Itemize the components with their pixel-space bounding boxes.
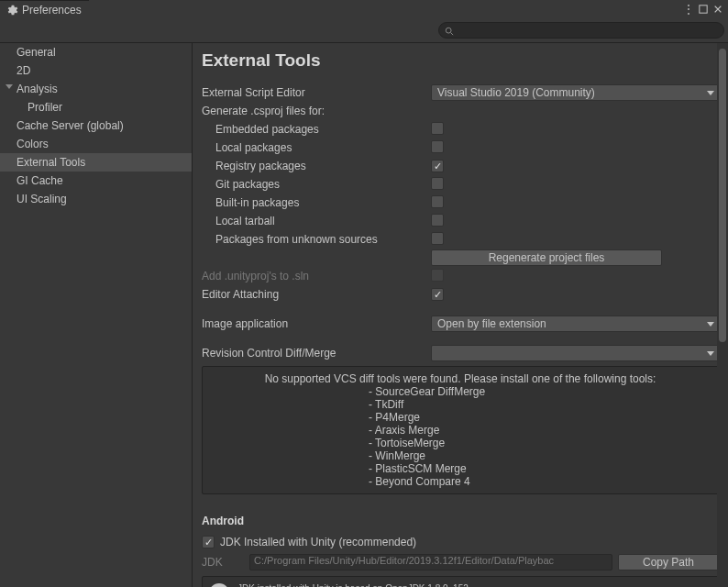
page-title: External Tools: [202, 50, 719, 71]
regenerate-button[interactable]: Regenerate project files: [431, 249, 662, 266]
csproj-tarball-label: Local tarball: [202, 215, 431, 227]
image-app-value: Open by file extension: [437, 317, 546, 330]
sidebar-item-external-tools[interactable]: External Tools: [0, 153, 192, 172]
search-input-wrapper[interactable]: [438, 22, 724, 39]
generate-csproj-label: Generate .csproj files for:: [202, 105, 431, 117]
csproj-embedded-checkbox[interactable]: [431, 122, 444, 135]
svg-point-1: [446, 28, 451, 33]
window-title: Preferences: [22, 4, 82, 17]
copy-path-button[interactable]: Copy Path: [618, 554, 719, 570]
csproj-local-checkbox[interactable]: [431, 140, 444, 153]
titlebar: Preferences ⋮: [0, 0, 728, 18]
content-panel: External Tools External Script Editor Vi…: [193, 43, 728, 587]
android-heading: Android: [202, 515, 719, 527]
csproj-builtin-label: Built-in packages: [202, 196, 431, 209]
vcs-tool: - TortoiseMerge: [369, 437, 552, 449]
csproj-unknown-label: Packages from unknown sources: [202, 233, 431, 246]
revision-control-label: Revision Control Diff/Merge: [202, 347, 431, 360]
jdk-label: JDK: [202, 556, 244, 569]
close-icon[interactable]: [711, 3, 724, 16]
sidebar-item-ui-scaling[interactable]: UI Scaling: [0, 190, 192, 208]
csproj-registry-label: Registry packages: [202, 160, 431, 172]
window-tab[interactable]: Preferences: [0, 0, 89, 18]
vcs-tool: - Beyond Compare 4: [369, 475, 552, 488]
scrollbar-thumb[interactable]: [719, 49, 726, 342]
search-input[interactable]: [458, 25, 718, 36]
menu-icon[interactable]: ⋮: [682, 3, 695, 16]
sidebar-item-profiler[interactable]: Profiler: [0, 98, 192, 116]
vcs-tool: - P4Merge: [369, 411, 552, 424]
jdk-path-input: C:/Program Files/Unity/Hub/Editor/2019.3…: [249, 554, 612, 570]
sidebar: General 2D Analysis Profiler Cache Serve…: [0, 43, 193, 587]
csproj-builtin-checkbox[interactable]: [431, 195, 444, 208]
svg-rect-0: [700, 6, 707, 13]
gear-icon: [7, 5, 18, 16]
svg-line-2: [451, 33, 454, 36]
jdk-info-line1: JDK installed with Unity is based on Ope…: [237, 582, 537, 587]
csproj-registry-checkbox[interactable]: [431, 160, 444, 172]
jdk-info-box: JDK installed with Unity is based on Ope…: [202, 576, 719, 587]
editor-attaching-checkbox[interactable]: [431, 288, 444, 301]
vcs-tool: - SourceGear DiffMerge: [369, 385, 552, 398]
csproj-embedded-label: Embedded packages: [202, 123, 431, 136]
editor-attaching-label: Editor Attaching: [202, 288, 431, 301]
image-app-dropdown[interactable]: Open by file extension: [431, 316, 719, 332]
sidebar-item-2d[interactable]: 2D: [0, 61, 192, 80]
chevron-down-icon: [707, 351, 714, 356]
chevron-down-icon: [707, 322, 714, 327]
sidebar-item-gi-cache[interactable]: GI Cache: [0, 172, 192, 190]
vcs-tool: - PlasticSCM Merge: [369, 462, 552, 475]
vcs-warning-box: No supported VCS diff tools were found. …: [202, 366, 719, 494]
vcs-tool: - WinMerge: [369, 449, 552, 462]
csproj-local-label: Local packages: [202, 141, 431, 154]
search-icon: [445, 26, 454, 35]
maximize-icon[interactable]: [697, 3, 710, 16]
chevron-down-icon: [707, 91, 714, 95]
script-editor-value: Visual Studio 2019 (Community): [437, 86, 595, 99]
svg-point-3: [209, 583, 229, 587]
csproj-tarball-checkbox[interactable]: [431, 214, 444, 227]
vcs-warning-heading: No supported VCS diff tools were found. …: [210, 372, 711, 385]
csproj-unknown-checkbox[interactable]: [431, 232, 444, 245]
jdk-installed-checkbox[interactable]: [202, 536, 215, 548]
sidebar-item-colors[interactable]: Colors: [0, 135, 192, 153]
sidebar-item-cache-server[interactable]: Cache Server (global): [0, 116, 192, 135]
image-app-label: Image application: [202, 317, 431, 330]
script-editor-dropdown[interactable]: Visual Studio 2019 (Community): [431, 84, 719, 101]
vcs-tool: - Araxis Merge: [369, 424, 552, 437]
script-editor-label: External Script Editor: [202, 86, 431, 99]
csproj-git-label: Git packages: [202, 178, 431, 191]
jdk-installed-label: JDK Installed with Unity (recommended): [220, 536, 416, 548]
revision-control-dropdown[interactable]: [431, 345, 719, 361]
vcs-tool: - TkDiff: [369, 398, 552, 411]
add-unityproj-label: Add .unityproj's to .sln: [202, 270, 431, 282]
add-unityproj-checkbox: [431, 269, 444, 282]
csproj-git-checkbox[interactable]: [431, 177, 444, 190]
info-icon: [208, 582, 230, 587]
search-row: [0, 18, 728, 43]
sidebar-item-analysis[interactable]: Analysis: [0, 80, 192, 98]
scrollbar[interactable]: [717, 43, 728, 587]
sidebar-item-general[interactable]: General: [0, 43, 192, 61]
